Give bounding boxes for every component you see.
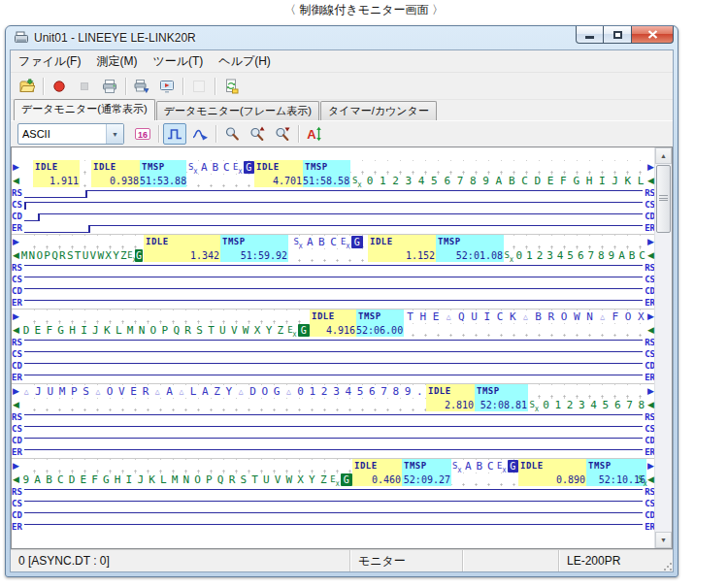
signal-row-rs: RSRS xyxy=(12,411,655,423)
signal-row-rs: RSRS xyxy=(12,262,655,274)
window-client: ファイル(F) 測定(M) ツール(T) ヘルプ(H) データモニター(通常表示… xyxy=(10,49,674,572)
close-button[interactable] xyxy=(632,26,674,44)
print-button[interactable] xyxy=(97,75,122,98)
sd-right-direction-icon: ▶ xyxy=(647,310,654,323)
idle-block: IDLE2.810 xyxy=(426,384,475,411)
control-line-display-button[interactable] xyxy=(163,123,186,145)
tab-data-monitor-normal[interactable]: データモニター(通常表示) xyxy=(14,99,155,120)
magnifier-down-icon xyxy=(275,126,290,142)
signal-row-er: ERER xyxy=(12,446,655,458)
data-convert-button[interactable] xyxy=(218,75,244,98)
rd-left-direction-icon: ◀ xyxy=(13,174,19,187)
scroll-up-button[interactable]: ▲ xyxy=(655,147,672,164)
idle-block: IDLE1.342 xyxy=(144,235,220,262)
magnifier-up-icon xyxy=(249,126,265,142)
tab-timer-counter[interactable]: タイマー/カウンター xyxy=(320,101,437,120)
pause-display-button[interactable] xyxy=(186,75,212,98)
bcc-char: G xyxy=(341,473,352,486)
signal-row-er: ERER xyxy=(12,521,655,533)
menubar: ファイル(F) 測定(M) ツール(T) ヘルプ(H) xyxy=(11,50,673,73)
idle-block: IDLE1.152 xyxy=(368,235,436,262)
signal-wave-rs xyxy=(12,187,655,199)
open-file-button[interactable] xyxy=(15,75,40,98)
signal-wave-cs xyxy=(12,199,655,211)
tmsp-block: TMSP52:06.00 xyxy=(356,310,404,337)
hex-display-button[interactable]: 16 xyxy=(131,123,154,145)
zoom-button[interactable] xyxy=(220,123,244,145)
vertical-scrollbar[interactable]: ▲ ▼ xyxy=(654,147,672,548)
signal-row-cs: CSCS xyxy=(12,498,655,509)
blank-square-icon xyxy=(191,79,207,94)
magnifier-icon xyxy=(224,126,240,142)
tab-data-monitor-frame[interactable]: データモニター(フレーム表示) xyxy=(156,101,319,120)
idle-label: IDLE xyxy=(254,160,303,175)
signal-wave-er xyxy=(12,297,655,309)
menu-file[interactable]: ファイル(F) xyxy=(11,50,88,73)
sd-right-direction-icon: ▶ xyxy=(647,459,654,473)
stop-monitor-button[interactable] xyxy=(72,75,97,98)
signal-row-cs: CSCS xyxy=(12,423,655,435)
latest-data-display-button[interactable] xyxy=(154,75,180,98)
menu-help[interactable]: ヘルプ(H) xyxy=(211,50,279,73)
tmsp-block: TMSP51:59.92 xyxy=(220,235,288,262)
idle-value: 2.810 xyxy=(426,399,475,411)
idle-block: IDLE4.916 xyxy=(310,310,356,337)
titlebar[interactable]: Unit01 - LINEEYE LE-LINK20R xyxy=(6,26,678,49)
file-convert-icon xyxy=(223,79,239,94)
auto-backup-button[interactable] xyxy=(129,75,154,98)
control-char-ex: EX xyxy=(286,324,298,337)
idle-value: 4.916 xyxy=(310,324,356,337)
wave-monitor-button[interactable] xyxy=(188,123,212,145)
toolbar-separator xyxy=(298,125,299,143)
sd-right-direction-icon: ▶ xyxy=(13,384,19,398)
tmsp-label: TMSP xyxy=(436,235,504,249)
control-char-ex: EX xyxy=(329,473,341,486)
tabbar: データモニター(通常表示) データモニター(フレーム表示) タイマー/カウンター xyxy=(11,100,673,120)
close-icon xyxy=(647,30,658,39)
monitor-area[interactable]: ▶▶◀◀IDLE1.911IDLE0.938TMSP51:53.88IDLE4.… xyxy=(11,147,673,549)
signal-row-er: ERER xyxy=(12,297,655,309)
chevron-down-icon[interactable]: ▼ xyxy=(106,124,123,144)
code-select[interactable]: ASCII ▼ xyxy=(17,123,124,145)
control-char-sx: SX xyxy=(350,175,363,187)
resize-grip[interactable] xyxy=(663,562,673,571)
monitor-content: ▶▶◀◀IDLE1.911IDLE0.938TMSP51:53.88IDLE4.… xyxy=(12,147,655,548)
status-mode: モニター xyxy=(350,550,463,571)
signal-wave-cd xyxy=(12,211,655,222)
tmsp-label: TMSP xyxy=(475,384,528,399)
signal-row-cd: CDCD xyxy=(12,285,655,297)
minimize-button[interactable] xyxy=(576,26,604,44)
sd-right-direction-icon: ▶ xyxy=(13,459,19,473)
idle-block: IDLE0.938 xyxy=(91,160,140,187)
rd-left-direction-icon: ◀ xyxy=(647,323,654,337)
monitor-block: ▶▶◀◀IDLE1.911IDLE0.938TMSP51:53.88IDLE4.… xyxy=(12,160,655,234)
wave-arrow-icon xyxy=(191,126,209,142)
stop-square-icon xyxy=(77,79,92,94)
signal-wave-cd xyxy=(12,360,655,372)
statusbar: 0 [ASYNC.DT : 0] モニター LE-200PR xyxy=(11,549,673,571)
control-char-sx: SX xyxy=(528,399,540,411)
zoom-in-button[interactable] xyxy=(246,123,269,145)
signal-wave-cd xyxy=(12,509,655,521)
tmsp-value: 51:58.58 xyxy=(303,175,350,187)
rd-data-text: SX0123456789ABCDEFGHIJKL xyxy=(350,175,647,187)
control-char-sx: SX xyxy=(292,236,304,248)
idle-label: IDLE xyxy=(352,459,402,473)
menu-measure[interactable]: 測定(M) xyxy=(88,50,145,73)
maximize-button[interactable] xyxy=(604,26,632,44)
scroll-thumb[interactable] xyxy=(656,165,671,233)
scroll-down-button[interactable]: ▼ xyxy=(655,532,672,548)
signal-wave-rs xyxy=(12,411,655,423)
control-char-ex: EX xyxy=(496,460,508,473)
font-a-icon: A xyxy=(307,126,322,142)
idle-value: 0.890 xyxy=(518,473,586,486)
sd-right-direction-icon: ▶ xyxy=(13,160,19,174)
signal-row-cs: CSCS xyxy=(12,274,655,285)
zoom-out-button[interactable] xyxy=(271,123,294,145)
rd-data-text: MNOPQRSTUVWXYZEXG xyxy=(20,249,143,262)
sd-right-direction-icon: ▶ xyxy=(647,160,654,174)
menu-tools[interactable]: ツール(T) xyxy=(145,50,211,73)
idle-block: IDLE0.460 xyxy=(352,459,402,486)
start-monitor-button[interactable] xyxy=(47,75,72,98)
font-size-button[interactable]: A xyxy=(303,123,326,145)
